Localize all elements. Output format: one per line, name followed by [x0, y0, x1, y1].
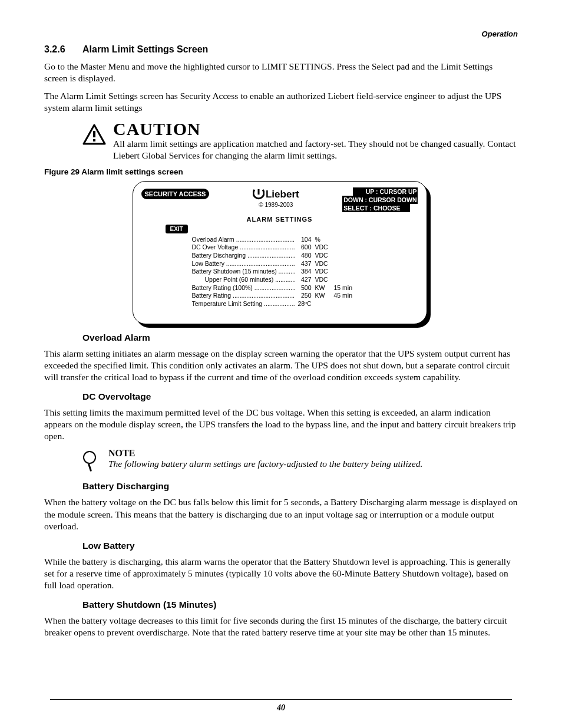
- settings-label: Battery Shutdown (15 minutes): [192, 268, 295, 276]
- section-number: 3.2.6: [44, 44, 82, 55]
- liebert-logo-text: Liebert: [266, 189, 299, 200]
- settings-unit: [312, 300, 330, 308]
- screen-title: ALARM SETTINGS: [133, 216, 427, 223]
- settings-value: 28ºC: [295, 300, 312, 308]
- para-batt-shut: When the battery voltage decreases to th…: [44, 615, 518, 638]
- settings-unit: VDC: [312, 252, 330, 260]
- caution-block: CAUTION All alarm limit settings are app…: [82, 120, 518, 162]
- settings-label: DC Over Voltage: [192, 243, 295, 252]
- settings-label: Low Battery: [192, 260, 295, 268]
- section-heading: 3.2.6 Alarm Limit Settings Screen: [44, 44, 518, 55]
- settings-value: 384: [295, 268, 312, 276]
- settings-unit: KW: [312, 292, 330, 300]
- settings-row: Low Battery437VDC: [192, 260, 415, 268]
- settings-row: Battery Rating250KW45 min: [192, 292, 415, 300]
- settings-value: 250: [295, 292, 312, 300]
- cursor-up-text: UP : CURSOR UP: [353, 187, 418, 196]
- settings-unit: VDC: [312, 268, 330, 276]
- copyright-text: © 1989-2003: [253, 202, 299, 208]
- settings-value: 437: [295, 260, 312, 268]
- para-low-batt: While the battery is discharging, this a…: [44, 556, 518, 591]
- magnifier-icon: [82, 450, 98, 473]
- cursor-instructions: UP : CURSOR UP DOWN : CURSOR DOWN SELECT…: [342, 187, 418, 212]
- settings-unit: KW: [312, 284, 330, 292]
- note-text: The following battery alarm settings are…: [108, 459, 422, 469]
- settings-extra: 15 min: [330, 284, 353, 292]
- header-section: Operation: [44, 29, 518, 38]
- cursor-select-text: SELECT : CHOOSE: [342, 204, 409, 212]
- settings-value: 500: [295, 284, 312, 292]
- liebert-logo-icon: [253, 189, 265, 200]
- page-number: 40: [0, 703, 562, 713]
- svg-rect-3: [257, 189, 259, 195]
- settings-row: Temperature Limit Setting28ºC: [192, 300, 415, 308]
- svg-rect-2: [93, 139, 95, 141]
- settings-row: DC Over Voltage600VDC: [192, 243, 415, 252]
- settings-value: 104: [295, 236, 312, 244]
- settings-row: Battery Rating (100%)500KW15 min: [192, 284, 415, 292]
- svg-point-4: [84, 452, 95, 463]
- heading-overload: Overload Alarm: [82, 332, 518, 343]
- figure-caption: Figure 29 Alarm limit settings screen: [44, 167, 518, 176]
- page: Operation 3.2.6 Alarm Limit Settings Scr…: [0, 0, 562, 728]
- settings-unit: %: [312, 236, 330, 244]
- settings-label: Battery Rating: [192, 292, 295, 300]
- para-intro-1: Go to the Master Menu and move the highl…: [44, 61, 518, 84]
- settings-label: Battery Rating (100%): [192, 284, 295, 292]
- warning-triangle-icon: [82, 124, 106, 145]
- para-overload: This alarm setting initiates an alarm me…: [44, 348, 518, 383]
- settings-label: Upper Point (60 minutes): [192, 276, 295, 284]
- settings-extra: 45 min: [330, 292, 353, 300]
- settings-row: Upper Point (60 minutes)427VDC: [192, 276, 415, 284]
- svg-rect-1: [93, 131, 95, 137]
- section-title: Alarm Limit Settings Screen: [82, 44, 518, 55]
- exit-button[interactable]: EXIT: [166, 225, 188, 233]
- settings-row: Overload Alarm104%: [192, 236, 415, 244]
- screen-figure: SECURITY ACCESS Liebert © 1989-2003 UP :…: [133, 181, 430, 324]
- note-heading: NOTE: [108, 448, 422, 459]
- para-batt-disch: When the battery voltage on the DC bus f…: [44, 496, 518, 532]
- settings-value: 480: [295, 252, 312, 260]
- settings-label: Overload Alarm: [192, 236, 295, 244]
- settings-row: Battery Discharging480VDC: [192, 252, 415, 260]
- settings-unit: VDC: [312, 276, 330, 284]
- svg-rect-5: [88, 463, 92, 472]
- liebert-logo: Liebert: [253, 189, 299, 200]
- security-access-pill: SECURITY ACCESS: [141, 189, 210, 199]
- settings-label: Temperature Limit Setting: [192, 300, 295, 308]
- para-intro-2: The Alarm Limit Settings screen has Secu…: [44, 90, 518, 114]
- heading-dcov: DC Overvoltage: [82, 391, 518, 402]
- footer-rule: [50, 699, 512, 700]
- settings-row: Battery Shutdown (15 minutes)384VDC: [192, 268, 415, 276]
- caution-text: All alarm limit settings are application…: [113, 138, 518, 162]
- heading-batt-shut: Battery Shutdown (15 Minutes): [82, 599, 518, 610]
- cursor-down-text: DOWN : CURSOR DOWN: [342, 196, 418, 204]
- settings-unit: VDC: [312, 260, 330, 268]
- settings-list: Overload Alarm104%DC Over Voltage600VDCB…: [133, 233, 427, 324]
- settings-value: 600: [295, 243, 312, 252]
- heading-batt-disch: Battery Discharging: [82, 481, 518, 492]
- heading-low-batt: Low Battery: [82, 541, 518, 551]
- settings-label: Battery Discharging: [192, 252, 295, 260]
- settings-value: 427: [295, 276, 312, 284]
- para-dcov: This setting limits the maximum permitte…: [44, 407, 518, 442]
- note-block: NOTE The following battery alarm setting…: [82, 448, 518, 473]
- caution-heading: CAUTION: [113, 120, 518, 138]
- settings-unit: VDC: [312, 243, 330, 252]
